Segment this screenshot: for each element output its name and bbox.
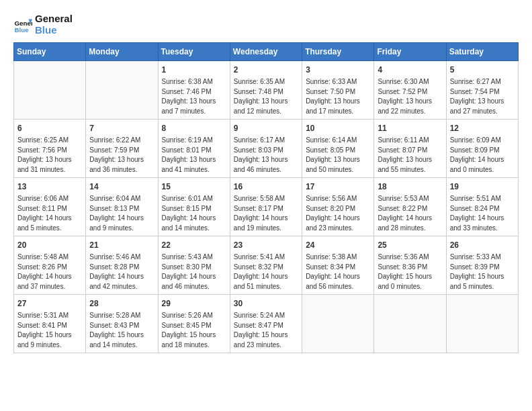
calendar-cell <box>374 295 446 353</box>
logo-icon: General Blue <box>13 15 32 34</box>
day-info: Sunrise: 6:11 AMSunset: 8:07 PMDaylight:… <box>378 136 442 175</box>
day-number: 27 <box>17 298 82 310</box>
calendar-cell: 23Sunrise: 5:41 AMSunset: 8:32 PMDayligh… <box>230 236 302 295</box>
calendar-cell: 1Sunrise: 6:38 AMSunset: 7:46 PMDaylight… <box>158 61 230 120</box>
day-info: Sunrise: 6:09 AMSunset: 8:09 PMDaylight:… <box>450 136 515 175</box>
day-info: Sunrise: 6:30 AMSunset: 7:52 PMDaylight:… <box>378 77 442 116</box>
day-info: Sunrise: 6:17 AMSunset: 8:03 PMDaylight:… <box>234 136 298 175</box>
day-number: 5 <box>450 64 515 76</box>
calendar-cell: 21Sunrise: 5:46 AMSunset: 8:28 PMDayligh… <box>86 236 158 295</box>
day-number: 25 <box>378 239 442 251</box>
day-info: Sunrise: 6:33 AMSunset: 7:50 PMDaylight:… <box>306 77 370 116</box>
day-number: 9 <box>234 122 298 134</box>
calendar-cell <box>14 61 86 120</box>
weekday-header: Sunday <box>14 43 86 61</box>
day-info: Sunrise: 5:58 AMSunset: 8:17 PMDaylight:… <box>234 194 298 233</box>
day-info: Sunrise: 6:25 AMSunset: 7:56 PMDaylight:… <box>17 136 82 175</box>
day-number: 4 <box>378 64 442 76</box>
day-number: 7 <box>89 122 154 134</box>
calendar-cell: 30Sunrise: 5:24 AMSunset: 8:47 PMDayligh… <box>230 295 302 353</box>
day-number: 6 <box>17 122 82 134</box>
calendar-cell: 29Sunrise: 5:26 AMSunset: 8:45 PMDayligh… <box>158 295 230 353</box>
day-info: Sunrise: 5:26 AMSunset: 8:45 PMDaylight:… <box>162 311 226 350</box>
calendar-cell: 24Sunrise: 5:38 AMSunset: 8:34 PMDayligh… <box>302 236 374 295</box>
svg-text:Blue: Blue <box>14 26 29 34</box>
day-number: 1 <box>162 64 226 76</box>
day-info: Sunrise: 6:19 AMSunset: 8:01 PMDaylight:… <box>162 136 226 175</box>
weekday-header: Saturday <box>446 43 518 61</box>
day-number: 22 <box>162 239 226 251</box>
day-number: 18 <box>378 181 442 193</box>
day-number: 17 <box>306 181 370 193</box>
calendar-cell: 20Sunrise: 5:48 AMSunset: 8:26 PMDayligh… <box>14 236 86 295</box>
calendar-cell: 5Sunrise: 6:27 AMSunset: 7:54 PMDaylight… <box>446 61 518 120</box>
day-number: 14 <box>89 181 154 193</box>
calendar: SundayMondayTuesdayWednesdayThursdayFrid… <box>13 42 519 353</box>
weekday-header: Wednesday <box>230 43 302 61</box>
day-info: Sunrise: 5:38 AMSunset: 8:34 PMDaylight:… <box>306 253 370 291</box>
calendar-week-row: 20Sunrise: 5:48 AMSunset: 8:26 PMDayligh… <box>14 236 519 295</box>
day-number: 30 <box>234 298 298 310</box>
weekday-header-row: SundayMondayTuesdayWednesdayThursdayFrid… <box>14 43 519 61</box>
calendar-cell: 11Sunrise: 6:11 AMSunset: 8:07 PMDayligh… <box>374 120 446 178</box>
calendar-cell: 7Sunrise: 6:22 AMSunset: 7:59 PMDaylight… <box>86 120 158 178</box>
weekday-header: Thursday <box>302 43 374 61</box>
calendar-cell: 22Sunrise: 5:43 AMSunset: 8:30 PMDayligh… <box>158 236 230 295</box>
day-info: Sunrise: 6:01 AMSunset: 8:15 PMDaylight:… <box>162 194 226 233</box>
weekday-header: Tuesday <box>158 43 230 61</box>
calendar-week-row: 27Sunrise: 5:31 AMSunset: 8:41 PMDayligh… <box>14 295 519 353</box>
day-number: 13 <box>17 181 82 193</box>
calendar-cell: 18Sunrise: 5:53 AMSunset: 8:22 PMDayligh… <box>374 178 446 236</box>
calendar-cell: 16Sunrise: 5:58 AMSunset: 8:17 PMDayligh… <box>230 178 302 236</box>
day-number: 19 <box>450 181 515 193</box>
day-number: 10 <box>306 122 370 134</box>
calendar-cell <box>446 295 518 353</box>
calendar-cell: 2Sunrise: 6:35 AMSunset: 7:48 PMDaylight… <box>230 61 302 120</box>
calendar-cell: 26Sunrise: 5:33 AMSunset: 8:39 PMDayligh… <box>446 236 518 295</box>
calendar-cell: 12Sunrise: 6:09 AMSunset: 8:09 PMDayligh… <box>446 120 518 178</box>
day-number: 26 <box>450 239 515 251</box>
logo: General Blue General Blue <box>13 13 73 36</box>
day-info: Sunrise: 5:31 AMSunset: 8:41 PMDaylight:… <box>17 311 82 350</box>
day-number: 23 <box>234 239 298 251</box>
day-info: Sunrise: 5:43 AMSunset: 8:30 PMDaylight:… <box>162 253 226 291</box>
day-number: 29 <box>162 298 226 310</box>
day-info: Sunrise: 6:27 AMSunset: 7:54 PMDaylight:… <box>450 77 515 116</box>
calendar-cell: 8Sunrise: 6:19 AMSunset: 8:01 PMDaylight… <box>158 120 230 178</box>
calendar-cell: 27Sunrise: 5:31 AMSunset: 8:41 PMDayligh… <box>14 295 86 353</box>
day-number: 2 <box>234 64 298 76</box>
day-info: Sunrise: 6:22 AMSunset: 7:59 PMDaylight:… <box>89 136 154 175</box>
calendar-week-row: 1Sunrise: 6:38 AMSunset: 7:46 PMDaylight… <box>14 61 519 120</box>
day-info: Sunrise: 6:06 AMSunset: 8:11 PMDaylight:… <box>17 194 82 233</box>
calendar-cell: 17Sunrise: 5:56 AMSunset: 8:20 PMDayligh… <box>302 178 374 236</box>
day-info: Sunrise: 5:33 AMSunset: 8:39 PMDaylight:… <box>450 253 515 291</box>
calendar-cell: 28Sunrise: 5:28 AMSunset: 8:43 PMDayligh… <box>86 295 158 353</box>
calendar-week-row: 6Sunrise: 6:25 AMSunset: 7:56 PMDaylight… <box>14 120 519 178</box>
day-info: Sunrise: 5:51 AMSunset: 8:24 PMDaylight:… <box>450 194 515 233</box>
day-info: Sunrise: 6:04 AMSunset: 8:13 PMDaylight:… <box>89 194 154 233</box>
day-number: 16 <box>234 181 298 193</box>
day-info: Sunrise: 5:36 AMSunset: 8:36 PMDaylight:… <box>378 253 442 291</box>
day-info: Sunrise: 5:28 AMSunset: 8:43 PMDaylight:… <box>89 311 154 350</box>
day-number: 24 <box>306 239 370 251</box>
day-info: Sunrise: 5:24 AMSunset: 8:47 PMDaylight:… <box>234 311 298 350</box>
day-number: 3 <box>306 64 370 76</box>
calendar-cell: 15Sunrise: 6:01 AMSunset: 8:15 PMDayligh… <box>158 178 230 236</box>
calendar-cell: 3Sunrise: 6:33 AMSunset: 7:50 PMDaylight… <box>302 61 374 120</box>
day-number: 15 <box>162 181 226 193</box>
header: General Blue General Blue <box>13 13 519 36</box>
day-info: Sunrise: 6:35 AMSunset: 7:48 PMDaylight:… <box>234 77 298 116</box>
calendar-cell: 6Sunrise: 6:25 AMSunset: 7:56 PMDaylight… <box>14 120 86 178</box>
day-number: 8 <box>162 122 226 134</box>
day-number: 12 <box>450 122 515 134</box>
weekday-header: Friday <box>374 43 446 61</box>
day-info: Sunrise: 6:14 AMSunset: 8:05 PMDaylight:… <box>306 136 370 175</box>
day-number: 20 <box>17 239 82 251</box>
calendar-cell: 10Sunrise: 6:14 AMSunset: 8:05 PMDayligh… <box>302 120 374 178</box>
day-number: 28 <box>89 298 154 310</box>
day-number: 21 <box>89 239 154 251</box>
calendar-cell <box>302 295 374 353</box>
calendar-cell: 14Sunrise: 6:04 AMSunset: 8:13 PMDayligh… <box>86 178 158 236</box>
day-info: Sunrise: 6:38 AMSunset: 7:46 PMDaylight:… <box>162 77 226 116</box>
calendar-week-row: 13Sunrise: 6:06 AMSunset: 8:11 PMDayligh… <box>14 178 519 236</box>
